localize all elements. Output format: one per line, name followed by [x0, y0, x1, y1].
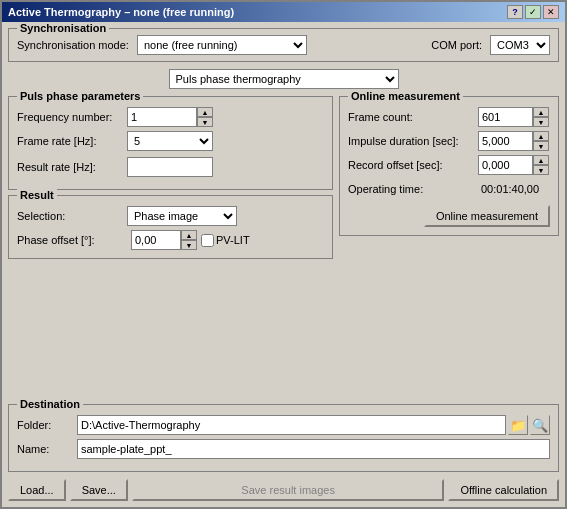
- phase-offset-spinner-buttons: ▲ ▼: [181, 230, 197, 250]
- com-port-label: COM port:: [431, 39, 482, 51]
- destination-group-title: Destination: [17, 398, 83, 410]
- impulse-duration-spinner-buttons: ▲ ▼: [533, 131, 549, 151]
- com-port-select[interactable]: COM1 COM2 COM3 COM4: [490, 35, 550, 55]
- footer-buttons: Load... Save... Save result images Offli…: [8, 479, 559, 501]
- freq-number-spinner-buttons: ▲ ▼: [197, 107, 213, 127]
- folder-row: Folder: 📁 🔍: [17, 415, 550, 435]
- offline-calculation-button[interactable]: Offline calculation: [448, 479, 559, 501]
- folder-field[interactable]: [77, 415, 506, 435]
- phase-offset-down[interactable]: ▼: [181, 240, 197, 250]
- selection-row: Selection: Phase image Amplitude image R…: [17, 206, 324, 226]
- title-bar: Active Thermography – none (free running…: [2, 2, 565, 22]
- sync-mode-select[interactable]: none (free running) external trigger int…: [137, 35, 307, 55]
- phase-offset-row: Phase offset [°]: ▲ ▼ PV-LIT: [17, 230, 324, 250]
- main-window: Active Thermography – none (free running…: [0, 0, 567, 509]
- title-bar-buttons: ? ✓ ✕: [507, 5, 559, 19]
- phase-offset-spinner: ▲ ▼: [131, 230, 197, 250]
- window-title: Active Thermography – none (free running…: [8, 6, 234, 18]
- frame-rate-label: Frame rate [Hz]:: [17, 135, 127, 147]
- right-panel: Online measurement Frame count: ▲ ▼ Im: [339, 96, 559, 399]
- name-input-row: [77, 439, 550, 459]
- load-button[interactable]: Load...: [8, 479, 66, 501]
- online-measurement-button[interactable]: Online measurement: [424, 205, 550, 227]
- folder-browse-button[interactable]: 📁: [508, 415, 528, 435]
- selection-select[interactable]: Phase image Amplitude image Raw data: [127, 206, 237, 226]
- name-row: Name:: [17, 439, 550, 459]
- operating-time-row: Operating time:: [348, 179, 550, 199]
- freq-number-label: Frequency number:: [17, 111, 127, 123]
- online-btn-row: Online measurement: [348, 205, 550, 227]
- operating-time-label: Operating time:: [348, 183, 478, 195]
- frame-rate-row: Frame rate [Hz]: 5 10 25: [17, 131, 324, 151]
- frame-rate-select[interactable]: 5 10 25: [127, 131, 213, 151]
- main-content: Puls phase parameters Frequency number: …: [8, 96, 559, 399]
- window-body: Synchronisation Synchronisation mode: no…: [2, 22, 565, 507]
- close-button[interactable]: ✕: [543, 5, 559, 19]
- frame-count-down[interactable]: ▼: [533, 117, 549, 127]
- puls-params-group: Puls phase parameters Frequency number: …: [8, 96, 333, 190]
- result-rate-field[interactable]: 0,01: [127, 157, 213, 177]
- result-rate-input-wrap: 0,01: [127, 157, 324, 177]
- impulse-duration-row: Impulse duration [sec]: ▲ ▼: [348, 131, 550, 151]
- freq-number-up[interactable]: ▲: [197, 107, 213, 117]
- online-group: Online measurement Frame count: ▲ ▼ Im: [339, 96, 559, 236]
- save-result-button[interactable]: Save result images: [132, 479, 444, 501]
- record-offset-spinner: ▲ ▼: [478, 155, 550, 175]
- phase-offset-field[interactable]: [131, 230, 181, 250]
- impulse-duration-up[interactable]: ▲: [533, 131, 549, 141]
- record-offset-label: Record offset [sec]:: [348, 159, 478, 171]
- folder-input-row: 📁 🔍: [77, 415, 550, 435]
- frame-count-label: Frame count:: [348, 111, 478, 123]
- freq-number-down[interactable]: ▼: [197, 117, 213, 127]
- impulse-duration-label: Impulse duration [sec]:: [348, 135, 478, 147]
- result-group: Result Selection: Phase image Amplitude …: [8, 195, 333, 259]
- folder-label: Folder:: [17, 419, 77, 431]
- left-panel: Puls phase parameters Frequency number: …: [8, 96, 333, 399]
- frame-rate-input-wrap: 5 10 25: [127, 131, 324, 151]
- folder-search-button[interactable]: 🔍: [530, 415, 550, 435]
- name-label: Name:: [17, 443, 77, 455]
- freq-number-field[interactable]: [127, 107, 197, 127]
- freq-number-input-wrap: ▲ ▼: [127, 107, 324, 127]
- save-button[interactable]: Save...: [70, 479, 128, 501]
- sync-group-title: Synchronisation: [17, 22, 109, 34]
- method-select[interactable]: Puls phase thermography Lock-in thermogr…: [169, 69, 399, 89]
- puls-params-title: Puls phase parameters: [17, 90, 143, 102]
- frame-count-spinner: ▲ ▼: [478, 107, 550, 127]
- phase-offset-label: Phase offset [°]:: [17, 234, 127, 246]
- phase-offset-up[interactable]: ▲: [181, 230, 197, 240]
- result-rate-row: Result rate [Hz]: 0,01: [17, 157, 324, 177]
- record-offset-spinner-buttons: ▲ ▼: [533, 155, 549, 175]
- sync-mode-label: Synchronisation mode:: [17, 39, 129, 51]
- frame-count-field[interactable]: [478, 107, 533, 127]
- result-rate-label: Result rate [Hz]:: [17, 161, 127, 173]
- pv-lit-checkbox[interactable]: [201, 234, 214, 247]
- pv-lit-text: PV-LIT: [216, 234, 250, 246]
- operating-time-value-wrap: [478, 179, 550, 199]
- impulse-duration-spinner: ▲ ▼: [478, 131, 550, 151]
- help-button[interactable]: ?: [507, 5, 523, 19]
- online-group-title: Online measurement: [348, 90, 463, 102]
- record-offset-down[interactable]: ▼: [533, 165, 549, 175]
- freq-number-row: Frequency number: ▲ ▼: [17, 107, 324, 127]
- frame-count-spinner-buttons: ▲ ▼: [533, 107, 549, 127]
- record-offset-field[interactable]: [478, 155, 533, 175]
- method-row: Puls phase thermography Lock-in thermogr…: [8, 67, 559, 91]
- impulse-duration-field[interactable]: [478, 131, 533, 151]
- frame-count-up[interactable]: ▲: [533, 107, 549, 117]
- result-group-title: Result: [17, 189, 57, 201]
- freq-number-spinner: ▲ ▼: [127, 107, 324, 127]
- sync-row: Synchronisation mode: none (free running…: [17, 35, 550, 55]
- selection-label: Selection:: [17, 210, 127, 222]
- destination-group: Destination Folder: 📁 🔍 Name:: [8, 404, 559, 472]
- ok-button[interactable]: ✓: [525, 5, 541, 19]
- frame-count-row: Frame count: ▲ ▼: [348, 107, 550, 127]
- record-offset-up[interactable]: ▲: [533, 155, 549, 165]
- name-field[interactable]: [77, 439, 550, 459]
- pv-lit-label: PV-LIT: [201, 234, 250, 247]
- impulse-duration-down[interactable]: ▼: [533, 141, 549, 151]
- sync-group: Synchronisation Synchronisation mode: no…: [8, 28, 559, 62]
- operating-time-field[interactable]: [478, 179, 549, 199]
- record-offset-row: Record offset [sec]: ▲ ▼: [348, 155, 550, 175]
